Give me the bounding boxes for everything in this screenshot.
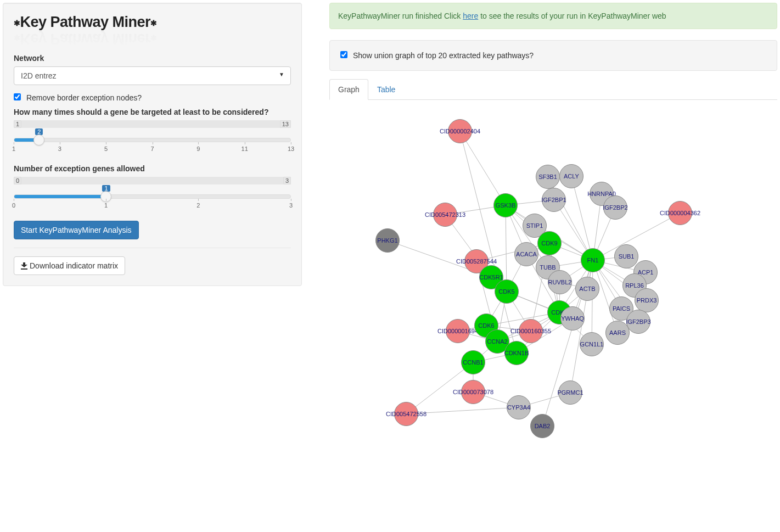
slider-fill: [14, 195, 106, 198]
graph-node-label: CDK9: [541, 240, 557, 247]
graph-node[interactable]: ACACA: [514, 242, 538, 266]
graph-node[interactable]: CID000001694: [446, 319, 470, 343]
graph-node-label: CID005472313: [425, 211, 465, 218]
graph-node-label: CDKN1B: [504, 350, 529, 356]
target-count-slider: How many times should a gene be targeted…: [14, 108, 291, 153]
graph-node[interactable]: IGF2BP3: [626, 310, 650, 334]
graph-node[interactable]: GSK3B: [493, 193, 518, 217]
network-graph[interactable]: CID000002404SF3B1ACLYHNRNPA0IGF2BP1IGF2B…: [329, 103, 777, 476]
graph-node-label: CID000160355: [510, 328, 551, 334]
graph-node[interactable]: CID000160355: [519, 319, 543, 343]
graph-node-label: PRDX3: [637, 297, 657, 304]
tab-table[interactable]: Table: [368, 79, 404, 100]
graph-node-label: RUVBL2: [548, 279, 572, 285]
graph-node-label: CID000073078: [453, 389, 493, 395]
graph-node[interactable]: CDK5: [495, 279, 519, 304]
slider-tick: 0: [12, 202, 15, 209]
download-icon: [21, 262, 27, 269]
network-label: Network: [14, 54, 291, 63]
graph-node[interactable]: AARS: [605, 321, 630, 345]
graph-node-label: CDK5R1: [479, 274, 503, 281]
app-title: Key Pathway Miner: [20, 14, 151, 30]
graph-node-label: FN1: [587, 257, 599, 264]
network-select[interactable]: I2D entrez: [14, 66, 291, 85]
graph-node-label: DAB2: [535, 423, 551, 429]
slider-tick: 7: [150, 145, 154, 152]
slider-max: 13: [280, 120, 291, 128]
slider-tick: 3: [58, 145, 61, 152]
graph-node-label: SUB1: [619, 253, 635, 260]
graph-node-label: CCNA2: [487, 338, 507, 345]
slider-tick: 13: [288, 145, 294, 152]
slider-max: 3: [283, 177, 291, 184]
graph-node[interactable]: IGF2BP1: [542, 188, 566, 212]
slider-track[interactable]: 2: [14, 138, 291, 142]
remove-border-checkbox[interactable]: [14, 93, 21, 100]
graph-node[interactable]: SUB1: [614, 244, 638, 268]
graph-node-label: PHKG1: [377, 237, 397, 244]
graph-node[interactable]: YWHAQ: [560, 306, 585, 331]
graph-node-label: CID000002404: [440, 128, 480, 135]
graph-node[interactable]: CID000004362: [668, 201, 692, 225]
slider-track[interactable]: 1: [14, 194, 291, 199]
graph-node-label: CCNB1: [463, 359, 483, 366]
graph-node[interactable]: RUVBL2: [548, 270, 572, 294]
graph-node[interactable]: ACLY: [559, 164, 583, 188]
graph-node[interactable]: CID000002404: [448, 119, 472, 143]
start-analysis-button[interactable]: Start KeyPathwayMiner Analysis: [14, 221, 139, 239]
graph-node[interactable]: CID000073078: [461, 380, 485, 404]
graph-node-label: PGRMC1: [557, 389, 583, 396]
graph-node-label: IGF2BP3: [626, 318, 650, 325]
result-tabs: Graph Table: [329, 79, 777, 100]
slider-tick: 2: [197, 202, 200, 209]
graph-node[interactable]: PHKG1: [375, 228, 400, 253]
union-graph-checkbox-label[interactable]: Show union graph of top 20 extracted key…: [340, 51, 534, 60]
graph-node-label: AARS: [609, 329, 626, 336]
graph-node-label: ACTB: [579, 285, 595, 292]
results-link[interactable]: here: [463, 12, 478, 20]
graph-node-label: CDK5: [498, 288, 514, 295]
slider-tick: 1: [12, 145, 15, 152]
graph-node[interactable]: CDKN1B: [504, 341, 529, 365]
graph-node[interactable]: DAB2: [530, 414, 554, 438]
tab-graph[interactable]: Graph: [329, 79, 368, 100]
graph-node-label: ACACA: [516, 251, 537, 257]
graph-node[interactable]: IGF2BP2: [603, 195, 627, 220]
graph-node-label: CID000004362: [660, 210, 700, 216]
graph-node[interactable]: CID005472558: [394, 402, 418, 426]
download-matrix-button[interactable]: Download indicator matrix: [14, 256, 125, 275]
graph-node-label: CID005287544: [456, 258, 497, 265]
graph-node[interactable]: CYP3A4: [507, 395, 531, 419]
graph-node[interactable]: GCN1L1: [580, 332, 604, 356]
graph-node[interactable]: CDK9: [537, 231, 562, 255]
union-graph-checkbox[interactable]: [340, 51, 347, 58]
slider-tick: 3: [289, 202, 293, 209]
svg-line-0: [460, 131, 506, 205]
graph-node[interactable]: SF3B1: [536, 165, 560, 189]
graph-node[interactable]: FN1: [581, 248, 605, 272]
graph-node-label: RPL36: [625, 282, 644, 289]
graph-node[interactable]: PGRMC1: [558, 380, 582, 405]
graph-node[interactable]: ACTB: [575, 277, 599, 301]
slider-thumb[interactable]: [33, 135, 44, 145]
graph-node-label: IGF2BP2: [603, 204, 627, 211]
graph-node-label: CDK6: [478, 322, 494, 329]
graph-options-panel: Show union graph of top 20 extracted key…: [329, 40, 777, 71]
graph-node[interactable]: CCNB1: [461, 350, 485, 374]
success-alert: KeyPathwayMiner run finished Click here …: [329, 3, 777, 29]
graph-node[interactable]: CID005472313: [433, 203, 457, 227]
graph-node-label: ACLY: [564, 173, 579, 180]
graph-node-label: TUBB: [540, 264, 555, 271]
svg-line-12: [571, 176, 593, 260]
graph-node-label: CID000001694: [437, 328, 478, 334]
slider-tick: 9: [197, 145, 200, 152]
svg-line-9: [506, 205, 507, 292]
slider-tick: 11: [242, 145, 248, 152]
graph-node-label: GSK3B: [496, 202, 516, 209]
graph-node-label: CID005472558: [386, 411, 427, 417]
graph-node[interactable]: PRDX3: [635, 288, 659, 312]
exception-genes-slider-label: Number of exception genes allowed: [14, 164, 291, 173]
remove-border-checkbox-label[interactable]: Remove border exception nodes?: [14, 93, 142, 102]
config-panel: ✱Key Pathway Miner✱ ✱Key Pathway Miner✱ …: [3, 3, 302, 286]
graph-node-label: CYP3A4: [507, 404, 530, 411]
